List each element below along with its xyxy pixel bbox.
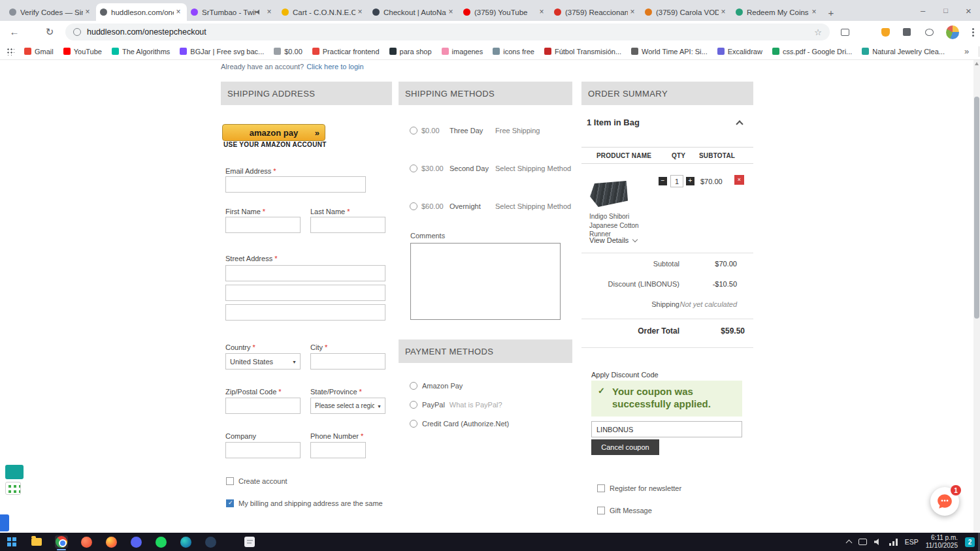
url-text[interactable]: huddleson.com/onestepcheckout xyxy=(87,27,206,37)
floating-widget-teal[interactable] xyxy=(5,465,24,479)
site-info-icon[interactable] xyxy=(73,28,81,36)
create-account-checkbox[interactable] xyxy=(226,477,234,485)
back-button[interactable] xyxy=(8,25,21,39)
taskbar-spotify[interactable] xyxy=(154,535,167,548)
gift-message-row[interactable]: Gift Message xyxy=(597,507,652,514)
view-details-toggle[interactable]: View Details xyxy=(589,236,637,244)
qty-input[interactable] xyxy=(670,175,683,187)
downloads-icon[interactable] xyxy=(923,25,936,39)
taskbar-dark-app[interactable] xyxy=(204,535,217,548)
url-bar[interactable]: huddleson.com/onestepcheckout xyxy=(65,24,830,40)
reload-button[interactable] xyxy=(43,25,56,39)
tab-close-icon[interactable] xyxy=(83,8,92,17)
taskbar-notes-app[interactable] xyxy=(243,535,256,548)
side-panel-icon[interactable] xyxy=(838,25,851,39)
tab-close-icon[interactable] xyxy=(809,8,819,17)
scrollbar-thumb[interactable] xyxy=(974,97,979,319)
taskbar-start-button[interactable] xyxy=(5,535,18,548)
floating-widget-grid[interactable] xyxy=(5,482,21,495)
amazon-pay-button[interactable]: amazon pay xyxy=(222,124,325,141)
newsletter-row[interactable]: Register for newsletter xyxy=(597,484,681,492)
floating-widget-blue[interactable] xyxy=(0,514,9,531)
first-name-field[interactable] xyxy=(225,217,301,233)
shipping-radio[interactable] xyxy=(410,202,417,210)
payment-radio[interactable] xyxy=(410,382,417,390)
newsletter-checkbox[interactable] xyxy=(597,484,605,492)
discount-code-input[interactable] xyxy=(591,421,742,437)
page-scrollbar[interactable] xyxy=(973,60,980,533)
browser-tab-9[interactable]: Redeem My Coins — xyxy=(732,3,823,21)
shipping-radio[interactable] xyxy=(410,165,417,172)
tab-close-icon[interactable] xyxy=(265,8,274,17)
new-tab-button[interactable] xyxy=(823,4,840,21)
browser-tab-5[interactable]: Checkout | AutoNati xyxy=(368,3,459,21)
window-minimize-button[interactable] xyxy=(911,0,934,21)
bookmark-item[interactable]: para shop xyxy=(389,48,432,55)
tray-network-icon[interactable] xyxy=(889,539,898,546)
shipping-option-overnight[interactable]: $60.00 Overnight Select Shipping Method xyxy=(410,201,573,212)
tray-expand-chevron-icon[interactable] xyxy=(845,540,852,546)
bookmark-item[interactable]: Practicar frontend xyxy=(312,48,380,55)
tab-close-icon[interactable] xyxy=(628,8,637,17)
bookmark-item[interactable]: YouTube xyxy=(63,48,102,55)
company-field[interactable] xyxy=(225,442,301,458)
payment-option-credit-card[interactable]: Credit Card (Authorize.Net) xyxy=(410,420,509,428)
bookmark-item[interactable]: imagenes xyxy=(442,48,483,55)
shipping-radio[interactable] xyxy=(410,127,417,134)
tab-audio-icon[interactable] xyxy=(255,9,262,15)
last-name-field[interactable] xyxy=(310,217,385,233)
street-address-field-3[interactable] xyxy=(225,304,385,321)
window-maximize-button[interactable] xyxy=(934,0,957,21)
bookmarks-overflow-chevron[interactable] xyxy=(964,46,969,56)
taskbar-edge[interactable] xyxy=(179,535,192,548)
state-select[interactable]: Please select a region, state xyxy=(310,398,385,414)
tab-close-icon[interactable] xyxy=(537,8,546,17)
bookmark-item[interactable]: $0.00 xyxy=(274,48,302,55)
taskbar-discord[interactable] xyxy=(129,535,142,548)
tab-close-icon[interactable] xyxy=(446,8,455,17)
tray-volume-icon[interactable] xyxy=(874,539,882,546)
cancel-coupon-button[interactable]: Cancel coupon xyxy=(591,439,659,455)
bookmark-item[interactable]: icons free xyxy=(493,48,534,55)
profile-avatar[interactable] xyxy=(946,25,959,39)
browser-tab-1[interactable]: Verify Codes — Simp xyxy=(5,3,96,21)
billing-same-checkbox[interactable] xyxy=(226,499,234,507)
extensions-puzzle-icon[interactable] xyxy=(900,25,913,39)
scroll-up-arrow[interactable] xyxy=(975,62,979,65)
bookmark-item[interactable]: The Algorithms xyxy=(112,48,170,55)
bookmark-item[interactable]: Gmail xyxy=(24,48,54,55)
browser-tab-4[interactable]: Cart - C.O.N.N.E.C.T. xyxy=(278,3,368,21)
street-address-field-1[interactable] xyxy=(225,265,385,281)
bookmark-item[interactable]: Natural Jewelry Clea... xyxy=(862,48,945,55)
browser-tab-7[interactable]: (3759) Reaccionando xyxy=(550,3,641,21)
tray-notifications-badge[interactable]: 2 xyxy=(965,537,975,547)
payment-radio[interactable] xyxy=(410,401,417,409)
bag-count-row[interactable]: 1 Item in Bag xyxy=(587,118,742,127)
bookmark-item[interactable]: BGJar | Free svg bac... xyxy=(180,48,264,55)
taskbar-browser-red[interactable] xyxy=(80,535,93,548)
apps-grid-icon[interactable] xyxy=(7,48,14,55)
adblock-shield-icon[interactable] xyxy=(879,25,892,39)
collapse-chevron-icon[interactable] xyxy=(736,120,743,127)
email-field[interactable] xyxy=(225,176,366,193)
paypal-help-link[interactable]: What is PayPal? xyxy=(449,401,502,409)
qty-decrease-button[interactable] xyxy=(659,177,667,185)
billing-same-row[interactable]: My billing and shipping address are the … xyxy=(226,499,383,507)
browser-tab-6[interactable]: (3759) YouTube xyxy=(459,3,550,21)
browser-tab-8[interactable]: (3759) Carola VODS xyxy=(641,3,732,21)
login-link[interactable]: Click here to login xyxy=(306,63,363,71)
phone-field[interactable] xyxy=(310,442,366,458)
shipping-option-second-day[interactable]: $30.00 Second Day Select Shipping Method xyxy=(410,163,573,174)
taskbar-file-explorer[interactable] xyxy=(30,535,43,548)
taskbar-chrome[interactable] xyxy=(55,535,68,548)
street-address-field-2[interactable] xyxy=(225,285,385,301)
shipping-option-three-day[interactable]: $0.00 Three Day Free Shipping xyxy=(410,125,573,136)
bookmark-item[interactable]: Fútbol Transmisión... xyxy=(544,48,621,55)
tray-language-indicator[interactable]: ESP xyxy=(905,538,919,546)
gift-message-checkbox[interactable] xyxy=(597,507,605,514)
menu-kebab-icon[interactable] xyxy=(966,25,979,39)
comments-textarea[interactable] xyxy=(410,243,561,320)
payment-option-amazon[interactable]: Amazon Pay xyxy=(410,382,463,390)
browser-tab-3[interactable]: SrTumbao - Twit xyxy=(187,3,278,21)
window-close-button[interactable] xyxy=(957,0,980,21)
